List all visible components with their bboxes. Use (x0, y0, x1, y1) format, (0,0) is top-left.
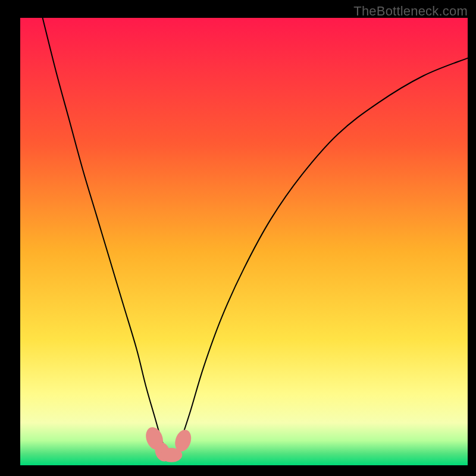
watermark-text: TheBottleneck.com (353, 4, 468, 19)
chart-stage: TheBottleneck.com (0, 0, 476, 476)
plot-background (20, 18, 468, 465)
bottleneck-chart (0, 0, 476, 476)
